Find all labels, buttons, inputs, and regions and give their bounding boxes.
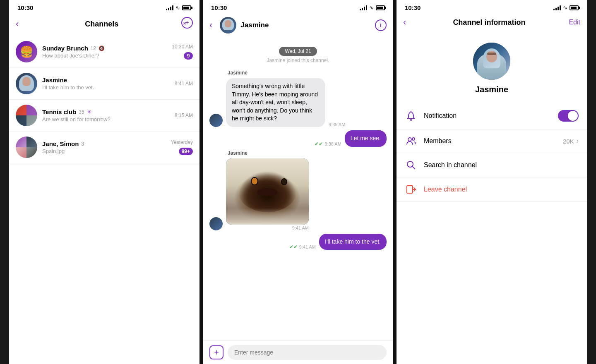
msg-time-sent-2: ✔✔9:41 AM [289,244,316,250]
channels-phone: 10:30 ∿ ‹ Channels + [9,0,199,364]
chat-contact-avatar [220,17,236,34]
msg-sender-jasmine-1: Jasmine [228,70,387,76]
channel-list: 🍔 Sunday Brunch 12 🔇 How about Joe's Din… [9,36,199,364]
status-time-3: 10:30 [405,4,421,11]
big-avatar-bg [473,43,510,80]
signal-icon-2 [360,5,367,10]
channel-count-jane: 3 [81,141,84,147]
svg-point-6 [412,138,415,140]
channel-name-sunday: Sunday Brunch [42,45,88,52]
channel-time-tennis: 8:15 AM [175,113,193,118]
channel-meta-sunday: 10:30 AM 9 [172,44,193,60]
msg-group-image: Jasmine [209,150,387,230]
msg-row-sent-2: I'll take him to the vet. ✔✔9:41 AM [209,234,387,250]
status-icons-2: ∿ [360,5,385,11]
notification-icon [405,111,417,121]
channel-time-jasmine: 9:41 AM [175,81,193,86]
message-input[interactable] [228,345,387,360]
toggle-switch[interactable] [558,110,579,122]
avatar-jane-simon [16,136,37,158]
channel-count-tennis: 35 [79,109,84,115]
msg-time-sent-1: ✔✔9:38 AM [315,141,341,147]
notification-label: Notification [424,112,558,120]
avatar-tennis [16,105,37,126]
status-bar-1: 10:30 ∿ [9,0,199,14]
edit-button[interactable]: Edit [569,19,580,26]
status-time-1: 10:30 [17,4,33,11]
channel-count-sunday: 12 [91,46,96,51]
status-icons-1: ∿ [166,5,191,11]
channel-preview-sunday: How about Joe's Diner? [42,53,168,59]
channel-preview-tennis: Are we still on for tomorrow? [42,116,171,122]
msg-avatar-jasmine-2 [209,217,223,230]
channel-info-avatar-section: Jasmine [397,33,587,103]
signal-icon-1 [166,5,173,10]
avatar-jasmine [16,73,37,94]
msg-avatar-jasmine [209,114,223,127]
search-icon [405,160,417,170]
avatar-glasses [487,53,496,55]
info-item-search[interactable]: Search in channel [397,153,587,177]
channel-item-tennis[interactable]: Tennis club 35 ✳ Are we still on for tom… [9,100,199,132]
channel-preview-jasmine: I'll take him to the vet. [42,84,171,91]
chat-info-button[interactable]: i [375,19,387,31]
back-button-channels[interactable]: ‹ [16,19,19,29]
channel-preview-jane: Spain.jpg [42,148,168,154]
wifi-icon-2: ∿ [369,5,374,11]
channel-name-jane: Jane, Simon [42,140,79,147]
status-icons-3: ∿ [553,5,579,11]
channel-info-title: Channel information [409,18,569,27]
channel-meta-tennis: 8:15 AM [175,113,193,118]
channel-name-tennis: Tennis club [42,108,76,115]
date-pill: Wed, Jul 21 [279,47,317,56]
channels-title: Channels [22,20,181,29]
back-button-info[interactable]: ‹ [403,17,406,28]
channel-time-jane: Yesterday [171,139,193,145]
channel-item-sunday-brunch[interactable]: 🍔 Sunday Brunch 12 🔇 How about Joe's Din… [9,36,199,68]
channel-name-jasmine: Jasmine [42,77,67,84]
unread-badge-sunday: 9 [184,52,193,60]
wifi-icon-3: ∿ [563,5,567,11]
bubble-sent-1: Let me see. [345,130,387,147]
jasmine-face [22,77,31,86]
msg-group-1: Jasmine Something's wrong with little Ti… [209,70,387,127]
bubble-received-1: Something's wrong with little Timmy. He'… [226,78,325,127]
unread-badge-jane: 99+ [179,148,193,155]
add-attachment-button[interactable]: + [209,345,223,359]
msg-row-sent-1: Let me see. ✔✔9:38 AM [209,130,387,147]
svg-text:✉: ✉ [183,22,186,26]
chat-contact-name: Jasmine [240,21,375,29]
info-item-leave[interactable]: Leave channel [397,177,587,202]
svg-point-5 [408,138,411,141]
msg-row-received-1: Something's wrong with little Timmy. He'… [209,78,387,127]
channel-info-contact-name: Jasmine [475,85,508,94]
battery-icon-1 [182,5,191,10]
channel-item-jasmine[interactable]: Jasmine I'll take him to the vet. 9:41 A… [9,68,199,100]
svg-point-3 [410,119,412,120]
info-item-notification[interactable]: Notification [397,103,587,129]
msg-sender-jasmine-2: Jasmine [228,150,387,156]
date-sub: Jasmine joined this channel. [267,57,329,63]
notification-toggle[interactable] [558,110,579,122]
avatar-sunday-brunch: 🍔 [16,41,37,62]
bubble-sent-2: I'll take him to the vet. [319,234,387,250]
info-items-list: Notification [397,103,587,202]
chat-phone: 10:30 ∿ ‹ [203,0,393,364]
back-button-chat[interactable]: ‹ [209,20,212,31]
channel-info-jane: Jane, Simon 3 Spain.jpg [42,140,168,154]
signal-icon-3 [553,5,561,10]
channel-meta-jane: Yesterday 99+ [171,139,193,155]
channel-meta-jasmine: 9:41 AM [175,81,193,86]
chat-body: Wed, Jul 21 Jasmine joined this channel.… [203,38,393,340]
channel-item-jane-simon[interactable]: Jane, Simon 3 Spain.jpg Yesterday 99+ [9,132,199,163]
leave-icon [405,185,417,194]
msg-time-received-1: 9:35 AM [329,122,345,127]
info-item-members[interactable]: Members 20K › [397,129,587,153]
new-channel-button[interactable]: + ✉ [181,17,193,31]
channel-big-avatar [473,43,510,80]
channel-info-jasmine: Jasmine I'll take him to the vet. [42,77,171,91]
wifi-icon-1: ∿ [175,5,180,11]
mute-icon-sunday: 🔇 [99,46,105,51]
chat-avatar-face [225,20,231,27]
channel-info-tennis: Tennis club 35 ✳ Are we still on for tom… [42,108,171,122]
